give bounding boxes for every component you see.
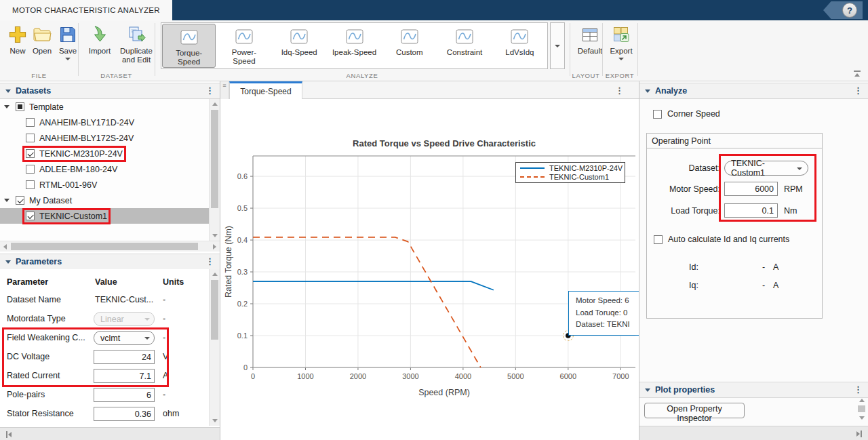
scroll-up-icon[interactable] [212,273,218,276]
collapse-triangle-icon[interactable] [645,89,650,93]
datatip-line: Load Toruqe: 0 [576,307,639,319]
tree-checkbox[interactable] [26,149,35,158]
parameter-input[interactable] [94,388,155,402]
scroll-up-icon[interactable] [212,102,218,106]
parameters-menu-icon[interactable]: ⋮ [205,258,214,265]
collapse-left-panel-icon[interactable] [6,431,12,438]
tree-checkbox[interactable] [26,134,35,142]
svg-text:0.4: 0.4 [237,236,248,244]
collapse-triangle-icon[interactable] [5,260,11,264]
tree-item-adlee-bm-180-24v[interactable]: ADLEE-BM-180-24V [0,161,209,177]
auto-calc-checkbox[interactable] [654,235,663,244]
dataset-dropdown-value: TEKNIC-Custom1 [731,159,794,178]
gallery-item-ldvsidq[interactable]: LdVsIdq [493,24,547,68]
save-dropdown-arrow-icon[interactable] [65,58,71,60]
datasets-menu-icon[interactable]: ⋮ [205,87,214,94]
expander-icon[interactable] [4,199,9,202]
export-section-label: EXPORT [602,72,637,80]
gallery-expand-button[interactable] [550,22,565,69]
motor-characteristic-analyzer-app: MOTOR CHARACTERISTIC ANALYZER ? New Open [0,0,868,440]
scroll-thumb[interactable] [858,405,865,412]
collapse-ribbon-icon[interactable] [853,71,861,77]
scroll-down-icon[interactable] [212,234,218,237]
datasets-hscrollbar[interactable] [0,241,220,252]
tree-item-label: ANAHEIM-BLY172S-24V [39,134,134,143]
dataset-dropdown[interactable]: TEKNIC-Custom1 [724,161,808,176]
gallery-item-label: Custom [396,48,423,57]
datasets-vscrollbar[interactable] [209,99,220,241]
motor-speed-input[interactable] [724,182,778,196]
app-tab[interactable]: MOTOR CHARACTERISTIC ANALYZER [0,0,172,20]
parameter-dropdown[interactable]: Linear [94,312,155,326]
collapse-triangle-icon[interactable] [5,89,11,93]
torque-speed-chart[interactable]: 0100020003000400050006000700000.10.20.30… [220,99,639,440]
load-torque-input[interactable] [724,203,778,218]
parameter-dropdown[interactable]: vclmt [94,331,155,345]
tree-checkbox[interactable] [26,180,35,189]
auto-calc-checkbox-row: Auto calculate Id and Iq currents [654,235,789,244]
scroll-thumb[interactable] [11,243,198,250]
parameters-panel-header[interactable]: Parameters ⋮ [0,254,220,270]
tree-item-anaheim-bly171d-24v[interactable]: ANAHEIM-BLY171D-24V [0,115,209,130]
chart-legend[interactable]: TEKNIC-M2310P-24VTEKNIC-Custom1 [515,162,625,183]
plot-properties-menu-icon[interactable]: ⋮ [854,386,863,393]
parameter-row-field-weakening-c-: Field Weakening C...vclmt- [0,329,209,348]
tree-checkbox[interactable] [26,212,35,220]
parameter-input[interactable] [94,369,155,383]
tree-checkbox[interactable] [26,118,35,127]
scroll-right-icon[interactable] [213,244,216,249]
parameter-row-stator-resistance: Stator Resistanceohm [0,405,209,424]
scroll-down-icon[interactable] [212,419,218,422]
help-icon[interactable]: ? [842,3,857,18]
parameter-units: - [163,390,165,399]
gallery-item-idq-speed[interactable]: Idq-Speed [273,24,326,68]
tab-torque-speed[interactable]: Torque-Speed [229,81,302,99]
parameter-input[interactable] [94,407,155,421]
scroll-down-icon[interactable] [859,416,865,420]
tab-grip-icon[interactable]: ≡ [220,81,229,99]
scroll-thumb[interactable] [211,110,218,208]
gallery-item-power-speed[interactable]: Power- Speed [217,24,271,68]
analyze-menu-icon[interactable]: ⋮ [854,87,863,94]
tree-item-anaheim-bly172s-24v[interactable]: ANAHEIM-BLY172S-24V [0,130,209,146]
export-dropdown-arrow-icon[interactable] [618,58,624,60]
tree-item-template[interactable]: Template [0,99,209,115]
collapse-triangle-icon[interactable] [645,388,650,392]
parameters-vscrollbar[interactable] [209,269,220,426]
tree-checkbox[interactable] [26,165,35,174]
tree-item-my-dataset[interactable]: My Dataset [0,193,209,208]
tabbar-menu-icon[interactable]: ⋮ [615,85,624,96]
duplicate-and-edit-button[interactable]: Duplicate and Edit [117,24,156,64]
import-button[interactable]: Import [83,24,116,56]
default-layout-button[interactable]: Default [574,24,606,56]
expander-icon[interactable] [4,105,9,108]
analyze-panel-header[interactable]: Analyze ⋮ [639,83,868,99]
parameter-input[interactable] [94,350,155,364]
plot-properties-panel-header[interactable]: Plot properties ⋮ [639,382,868,398]
scroll-thumb[interactable] [211,280,218,340]
scroll-left-icon[interactable] [3,244,7,249]
collapse-right-panel-icon[interactable] [856,431,862,437]
scroll-up-icon[interactable] [859,399,865,402]
gallery-item-custom[interactable]: Custom [382,24,436,68]
parameter-row-motordata-type: Motordata TypeLinear- [0,310,209,329]
tree-item-teknic-m2310p-24v[interactable]: TEKNIC-M2310P-24V [0,146,209,161]
plot-properties-scrollbar[interactable] [856,399,867,426]
tree-checkbox[interactable] [16,102,24,111]
svg-text:5000: 5000 [507,372,524,380]
corner-speed-checkbox[interactable] [653,110,662,119]
dataset-field-label: Dataset: [647,163,720,173]
tree-item-teknic-custom1[interactable]: TEKNIC-Custom1 [0,208,209,224]
datasets-panel-header[interactable]: Datasets ⋮ [0,83,220,99]
gallery-item-ipeak-speed[interactable]: Ipeak-Speed [328,24,381,68]
gallery-item-torque-speed[interactable]: Torque- Speed [162,24,216,68]
parameter-row-rated-current: Rated CurrentA [0,367,209,386]
export-button[interactable]: Export [605,24,637,60]
tree-item-rtml-001-96v[interactable]: RTML-001-96V [0,177,209,193]
tree-item-label: TEKNIC-Custom1 [39,212,107,221]
gallery-item-constraint[interactable]: Constraint [437,24,491,68]
tree-checkbox[interactable] [16,196,24,205]
datatip-tooltip[interactable]: Motor Speed: 6Load Toruqe: 0Dataset: TEK… [568,291,639,336]
save-button[interactable]: Save [52,24,84,60]
open-property-inspector-button[interactable]: Open Property Inspector [644,403,745,418]
